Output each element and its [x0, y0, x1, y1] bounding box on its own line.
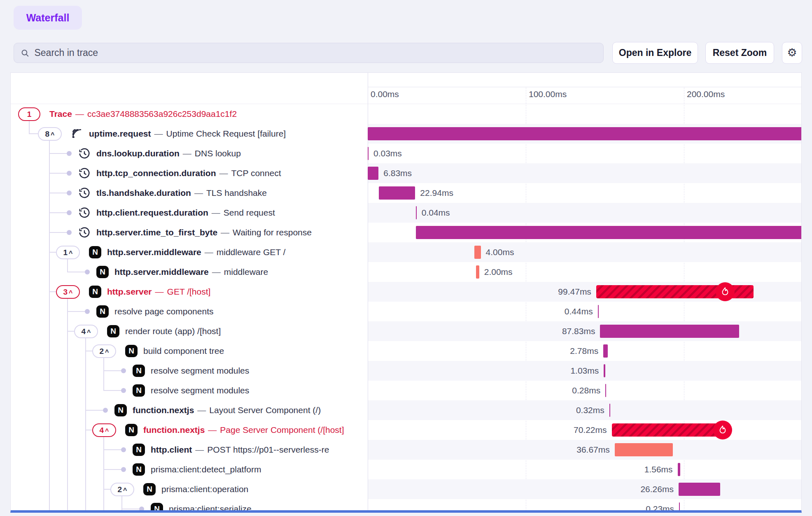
child-count: 2 — [118, 485, 122, 494]
span-name: http.client—POST https://p01--serverless… — [151, 440, 329, 460]
span-label-cell[interactable]: 4^Nrender route (app) /[host] — [11, 321, 367, 341]
span-name: http.server.middleware—middleware GET / — [107, 242, 285, 262]
span-duration-bar[interactable] — [603, 344, 608, 358]
span-duration-bar[interactable] — [368, 167, 378, 180]
span-duration-bar[interactable] — [609, 404, 610, 417]
span-name: build component tree — [143, 341, 224, 361]
expand-pill[interactable]: 8^ — [38, 127, 62, 141]
span-label-cell[interactable]: 2^Nbuild component tree — [11, 341, 367, 361]
span-duration-bar[interactable] — [600, 325, 739, 338]
span-label-cell[interactable]: 3^Nhttp.server—GET /[host] — [11, 282, 367, 302]
open-in-explore-button[interactable]: Open in Explore — [612, 42, 698, 64]
expand-pill[interactable]: 4^ — [92, 423, 116, 437]
span-duration-bar[interactable] — [598, 305, 599, 318]
span-name: function.nextjs—Layout Server Component … — [133, 400, 321, 420]
child-count: 4 — [100, 426, 104, 435]
nextjs-icon: N — [89, 246, 101, 258]
chevron-up-icon: ^ — [51, 131, 54, 139]
span-duration-bar[interactable] — [416, 206, 417, 219]
span-name: resolve page components — [114, 302, 214, 321]
expand-pill[interactable]: 2^ — [110, 483, 134, 496]
expand-pill[interactable]: 1^ — [56, 246, 80, 259]
tab-waterfall[interactable]: Waterfall — [14, 6, 82, 30]
tree-bullet — [121, 388, 126, 393]
duration-label: 26.26ms — [640, 479, 674, 499]
tree-bullet — [103, 408, 108, 413]
expand-pill[interactable]: 3^ — [56, 285, 80, 299]
child-count: 1 — [27, 110, 32, 119]
trace-row: tls.handshake.duration—TLS handshake22.9… — [11, 183, 801, 203]
span-label-cell[interactable]: http.server.time_to_first_byte—Waiting f… — [11, 223, 367, 242]
expand-pill[interactable]: 4^ — [74, 325, 98, 338]
span-label-cell[interactable]: 2^Nprisma:client:operation — [11, 479, 367, 499]
span-duration-bar[interactable] — [379, 186, 415, 200]
span-duration-bar[interactable] — [612, 423, 723, 437]
trace-row: 2^Nprisma:client:operation26.26ms — [11, 479, 801, 499]
flame-icon — [713, 421, 732, 439]
span-duration-bar[interactable] — [615, 443, 673, 456]
span-name: http.server.middleware—middleware — [114, 262, 268, 282]
span-duration-bar[interactable] — [679, 502, 680, 513]
span-label-cell[interactable]: tls.handshake.duration—TLS handshake — [11, 183, 367, 203]
span-description: POST https://p01--serverless-re — [207, 445, 329, 454]
span-label-cell[interactable]: Nresolve segment modules — [11, 381, 367, 400]
tree-bullet — [121, 447, 126, 452]
span-label-cell[interactable]: 1^Nhttp.server.middleware—middleware GET… — [11, 242, 367, 262]
child-count: 2 — [100, 347, 104, 356]
clock-history-icon — [78, 167, 91, 179]
span-label-cell[interactable]: Nhttp.client—POST https://p01--serverles… — [11, 440, 367, 460]
span-duration-bar[interactable] — [605, 384, 606, 397]
span-label-cell[interactable]: dns.lookup.duration—DNS lookup — [11, 144, 367, 163]
trace-row: 1^Nhttp.server.middleware—middleware GET… — [11, 242, 801, 262]
flame-icon — [716, 282, 735, 301]
expand-pill[interactable]: 1 — [18, 107, 40, 121]
tree-bullet — [67, 171, 72, 176]
nextjs-icon: N — [151, 503, 163, 513]
trace-row: http.tcp_connection.duration—TCP connect… — [11, 163, 801, 183]
duration-label: 2.00ms — [484, 262, 513, 282]
span-label-cell[interactable]: Nprisma:client:serialize — [11, 499, 367, 513]
span-label-cell[interactable]: 8^uptime.request—Uptime Check Request [f… — [11, 124, 367, 144]
span-label-cell[interactable]: http.client.request.duration—Send reques… — [11, 203, 367, 223]
duration-label: 1.56ms — [644, 460, 673, 479]
span-duration-bar[interactable] — [416, 226, 802, 239]
span-duration-bar[interactable] — [474, 246, 481, 259]
span-duration-bar[interactable] — [368, 147, 369, 160]
span-duration-bar[interactable] — [679, 483, 720, 496]
duration-label: 2.78ms — [570, 341, 598, 361]
chevron-up-icon: ^ — [105, 428, 109, 435]
trace-row: Nhttp.server.middleware—middleware2.00ms — [11, 262, 801, 282]
span-label-cell[interactable]: Nprisma:client:detect_platform — [11, 460, 367, 479]
duration-label: 87.83ms — [562, 321, 595, 341]
clock-history-icon — [78, 207, 91, 219]
trace-row: 2^Nbuild component tree2.78ms — [11, 341, 801, 361]
expand-pill[interactable]: 2^ — [92, 344, 116, 358]
span-duration-bar[interactable] — [368, 127, 802, 140]
chevron-up-icon: ^ — [87, 329, 91, 336]
span-duration-bar[interactable] — [678, 463, 680, 476]
span-duration-bar[interactable] — [476, 265, 479, 279]
span-label-cell[interactable]: http.tcp_connection.duration—TCP connect — [11, 163, 367, 183]
chevron-up-icon: ^ — [123, 487, 127, 494]
settings-button[interactable]: ⚙ — [782, 42, 802, 64]
span-duration-bar[interactable] — [604, 364, 605, 377]
span-label-cell[interactable]: 4^Nfunction.nextjs—Page Server Component… — [11, 420, 367, 440]
span-description: Send request — [224, 208, 275, 217]
span-description: cc3ae3748883563a926c253d9aa1c1f2 — [87, 109, 237, 119]
span-description: TCP connect — [231, 168, 281, 178]
span-label-cell[interactable]: Nfunction.nextjs—Layout Server Component… — [11, 400, 367, 420]
span-label-cell[interactable]: Nresolve segment modules — [11, 361, 367, 381]
duration-label: 70.22ms — [574, 420, 607, 440]
duration-label: 99.47ms — [558, 282, 591, 302]
trace-rows: 1Trace—cc3ae3748883563a926c253d9aa1c1f28… — [11, 104, 801, 513]
span-label-cell[interactable]: 1Trace—cc3ae3748883563a926c253d9aa1c1f2 — [11, 104, 367, 124]
reset-zoom-button[interactable]: Reset Zoom — [705, 42, 774, 64]
duration-label: 6.83ms — [383, 163, 412, 183]
tree-bullet — [67, 151, 72, 156]
span-label-cell[interactable]: Nhttp.server.middleware—middleware — [11, 262, 367, 282]
span-label-cell[interactable]: Nresolve page components — [11, 302, 367, 321]
search-bar[interactable] — [14, 43, 604, 63]
trace-row: 8^uptime.request—Uptime Check Request [f… — [11, 124, 801, 144]
clock-history-icon — [78, 226, 91, 239]
search-input[interactable] — [34, 47, 597, 58]
